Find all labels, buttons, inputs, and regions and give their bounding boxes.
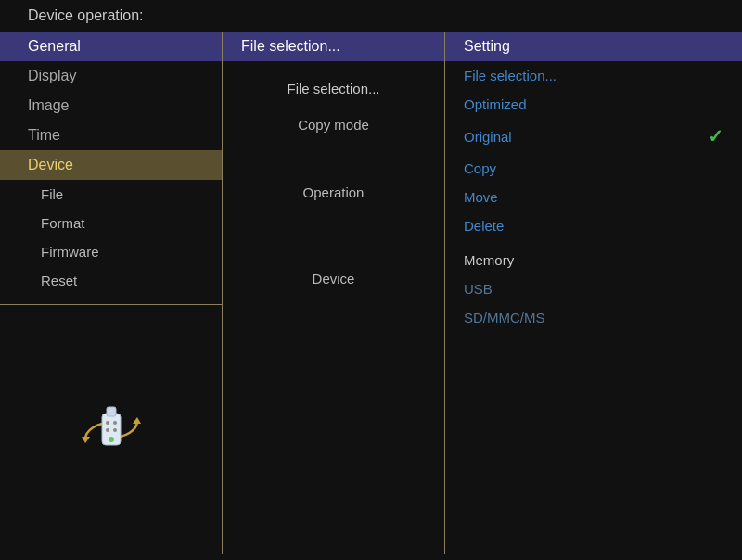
mid-label-device: Device: [223, 264, 444, 293]
right-item-copy-label: Copy: [464, 160, 496, 176]
screen: Device operation: General Display Image …: [0, 0, 742, 560]
mid-group-device: Device: [223, 220, 444, 293]
mid-column: File selection... File selection... Copy…: [223, 32, 445, 554]
usb-svg-icon: [74, 393, 148, 467]
left-column: General Display Image Time Device File F…: [0, 32, 223, 554]
mid-label-copy-mode: Copy mode: [223, 110, 444, 139]
right-item-file-selection-label: File selection...: [464, 68, 556, 83]
mid-label-operation: Operation: [223, 178, 444, 207]
right-item-delete-label: Delete: [464, 218, 504, 234]
sidebar-sub-file[interactable]: File: [0, 180, 222, 209]
svg-point-7: [113, 428, 117, 432]
svg-point-5: [113, 421, 117, 425]
right-column: Setting File selection... Optimized Orig…: [445, 32, 742, 554]
right-item-move[interactable]: Move: [445, 183, 742, 211]
right-section-memory-label: Memory: [464, 252, 514, 268]
right-item-file-selection[interactable]: File selection...: [445, 61, 742, 90]
sidebar-item-display[interactable]: Display: [0, 61, 222, 91]
right-item-move-label: Move: [464, 189, 498, 205]
svg-point-8: [109, 437, 114, 442]
usb-icon-area: [0, 304, 222, 554]
mid-item-file-selection[interactable]: File selection...: [223, 74, 444, 103]
sidebar-item-general[interactable]: General: [0, 32, 222, 61]
svg-point-4: [106, 421, 109, 425]
mid-group-copy: File selection... Copy mode: [223, 74, 444, 139]
right-item-usb-label: USB: [464, 281, 493, 297]
sidebar-sub-firmware[interactable]: Firmware: [0, 237, 222, 266]
sidebar-item-image[interactable]: Image: [0, 91, 222, 121]
checkmark-icon: ✓: [708, 125, 723, 147]
right-item-sdmmcms[interactable]: SD/MMC/MS: [445, 303, 742, 332]
right-item-sdmmcms-label: SD/MMC/MS: [464, 310, 545, 325]
right-item-original-label: Original: [464, 129, 512, 145]
sidebar-sub-reset[interactable]: Reset: [0, 266, 222, 295]
right-item-optimized-label: Optimized: [464, 96, 527, 112]
sidebar-item-time[interactable]: Time: [0, 121, 222, 150]
right-section-memory: Memory: [445, 246, 742, 274]
right-header: Setting: [445, 32, 742, 61]
sidebar-item-device[interactable]: Device: [0, 150, 222, 180]
mid-group-operation: Operation: [223, 152, 444, 207]
right-item-optimized[interactable]: Optimized: [445, 90, 742, 119]
right-item-delete[interactable]: Delete: [445, 211, 742, 240]
mid-header: File selection...: [223, 32, 444, 61]
usb-animation: [19, 324, 203, 536]
svg-rect-3: [107, 407, 116, 416]
sidebar-sub-format[interactable]: Format: [0, 209, 222, 237]
right-item-original[interactable]: Original ✓: [445, 119, 742, 154]
right-item-copy[interactable]: Copy: [445, 154, 742, 183]
device-operation-label: Device operation:: [0, 0, 742, 32]
right-item-usb[interactable]: USB: [445, 274, 742, 303]
menu-container: General Display Image Time Device File F…: [0, 32, 742, 554]
svg-point-6: [106, 428, 109, 432]
svg-marker-0: [82, 437, 90, 443]
svg-marker-1: [133, 417, 141, 424]
